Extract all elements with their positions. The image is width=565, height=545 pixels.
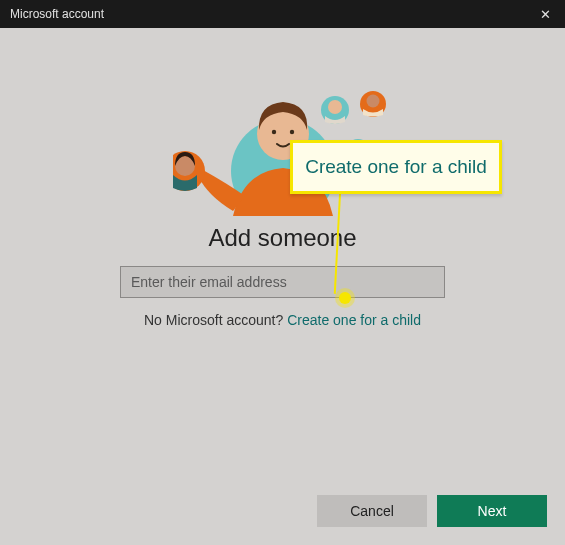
next-button[interactable]: Next [437, 495, 547, 527]
callout-target-dot [339, 292, 351, 304]
cancel-button[interactable]: Cancel [317, 495, 427, 527]
callout-text: Create one for a child [305, 156, 487, 178]
svg-point-2 [271, 130, 275, 134]
create-child-link[interactable]: Create one for a child [287, 312, 421, 328]
email-field[interactable] [120, 266, 445, 298]
close-icon[interactable]: ✕ [536, 7, 555, 22]
no-account-prefix: No Microsoft account? [144, 312, 287, 328]
titlebar: Microsoft account ✕ [0, 0, 565, 28]
svg-point-9 [366, 95, 379, 108]
svg-point-7 [328, 100, 342, 114]
highlight-callout: Create one for a child [290, 140, 502, 194]
window-title: Microsoft account [10, 7, 104, 21]
svg-point-3 [289, 130, 293, 134]
dialog-buttons: Cancel Next [317, 495, 547, 527]
page-title: Add someone [208, 224, 356, 252]
no-account-line: No Microsoft account? Create one for a c… [144, 312, 421, 328]
